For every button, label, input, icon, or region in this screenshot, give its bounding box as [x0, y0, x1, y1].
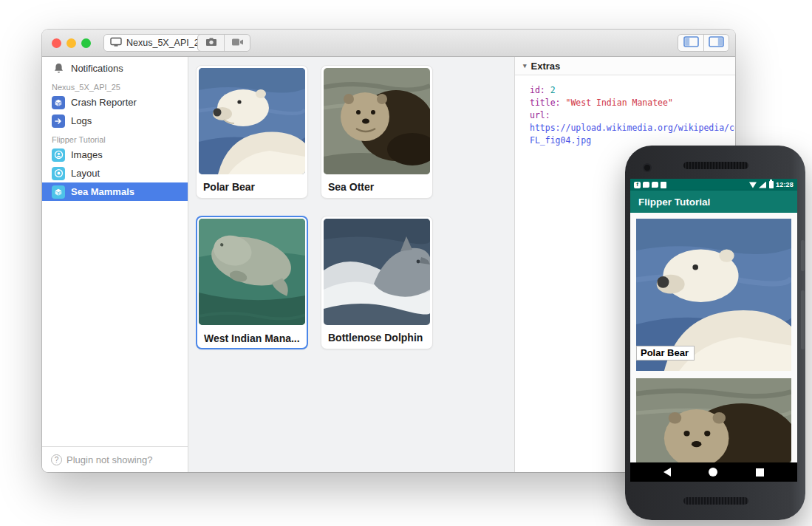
code-line-url-key: url:: [530, 109, 735, 122]
sidebar-item-sea-mammals[interactable]: Sea Mammals: [42, 182, 188, 201]
card-sea-otter[interactable]: Sea Otter: [321, 65, 433, 199]
person-circle-icon: [52, 148, 65, 162]
plugin-help-link[interactable]: ? Plugin not showing?: [42, 446, 188, 472]
phone-app-content: Polar Bear: [630, 213, 797, 462]
window-toolbar: Nexus_5X_API_25: [42, 30, 735, 57]
plugin-sidebar: Notifications Nexus_5X_API_25 Crash Repo…: [42, 57, 188, 472]
capture-button-group: [197, 34, 250, 52]
phone-polar-bear-image: Polar Bear: [636, 219, 791, 371]
cube-icon: [52, 96, 65, 109]
android-status-bar: f 12:28: [630, 179, 797, 191]
toggle-right-panel-button[interactable]: [703, 35, 729, 51]
status-bar-clock: 12:28: [776, 181, 794, 188]
nav-home-icon: [709, 468, 717, 477]
phone-earpiece-speaker: [683, 162, 748, 169]
zoom-window-button[interactable]: [81, 38, 91, 48]
sidebar-item-notifications[interactable]: Notifications: [42, 59, 188, 78]
minimize-window-button[interactable]: [66, 38, 76, 48]
bell-icon: [52, 62, 65, 75]
sidebar-section-device: Nexus_5X_API_25: [42, 78, 188, 93]
nav-recents-icon: [756, 468, 764, 477]
code-key: id:: [530, 85, 545, 95]
code-key: title:: [530, 98, 561, 108]
polar-bear-image: [199, 68, 305, 174]
dolphin-image: [324, 219, 430, 325]
sidebar-item-label: Sea Mammals: [71, 186, 134, 197]
chevron-down-icon: ▾: [523, 62, 527, 69]
phone-front-camera: [644, 165, 650, 171]
question-mark-icon: ?: [51, 454, 62, 465]
card-title: West Indian Mana...: [197, 328, 307, 344]
toggle-left-panel-button[interactable]: [678, 35, 703, 51]
close-window-button[interactable]: [52, 38, 61, 48]
card-polar-bear[interactable]: Polar Bear: [196, 65, 308, 199]
plugin-help-label: Plugin not showing?: [66, 454, 152, 465]
sidebar-item-label: Notifications: [71, 63, 123, 74]
wifi-icon: [749, 182, 757, 188]
sidebar-item-label: Logs: [71, 115, 92, 126]
camera-icon: [205, 36, 217, 49]
screen-record-button[interactable]: [224, 35, 250, 51]
card-west-indian-manatee[interactable]: West Indian Mana...: [196, 216, 308, 349]
device-selector-label: Nexus_5X_API_25: [126, 38, 205, 48]
panel-toggle-group: [678, 34, 729, 52]
code-key: url:: [530, 110, 550, 120]
card-title: Sea Otter: [321, 177, 432, 193]
card-title: Bottlenose Dolphin: [321, 327, 432, 344]
phone-screen: f 12:28 Flipper Tutorial: [630, 179, 797, 482]
sidebar-item-label: Images: [71, 149, 103, 160]
code-line-id: id: 2: [530, 84, 735, 97]
sidebar-item-label: Crash Reporter: [71, 97, 137, 108]
sidebar-item-images[interactable]: Images: [42, 146, 188, 164]
phone-image-label: Polar Bear: [636, 346, 695, 361]
code-line-url-value: https://upload.wikimedia.org/wikipedia/c…: [530, 122, 735, 134]
phone-bottom-speaker: [683, 497, 748, 505]
chat-notification-icon: [652, 182, 658, 188]
right-panel-icon: [709, 36, 724, 50]
phone-power-button: [801, 240, 805, 271]
facebook-notification-icon: f: [634, 182, 641, 188]
cell-signal-icon: [759, 182, 766, 188]
app-notification-icon: [661, 182, 666, 188]
arrow-right-icon: [52, 115, 65, 128]
phone-sea-otter-image: [636, 378, 791, 462]
android-phone-mockup: f 12:28 Flipper Tutorial: [625, 146, 805, 520]
sidebar-item-crash-reporter[interactable]: Crash Reporter: [42, 93, 188, 112]
code-number-value: 2: [550, 85, 556, 95]
app-bar-title: Flipper Tutorial: [638, 197, 710, 208]
sidebar-item-layout[interactable]: Layout: [42, 164, 188, 182]
phone-volume-button: [801, 290, 805, 349]
extras-panel-title: Extras: [531, 61, 561, 72]
code-line-title: title: "West Indian Manatee": [530, 97, 735, 109]
chat-notification-icon: [643, 182, 649, 188]
sea-otter-image: [324, 68, 430, 174]
extras-code-block: id: 2 title: "West Indian Manatee" url: …: [515, 75, 735, 147]
sidebar-item-label: Layout: [71, 168, 100, 179]
extras-panel-header[interactable]: ▾ Extras: [515, 57, 735, 75]
sea-mammals-card-grid: Polar Bear: [188, 57, 514, 472]
card-title: Polar Bear: [197, 177, 307, 193]
target-icon: [52, 167, 65, 180]
manatee-image: [199, 219, 305, 325]
app-bar: Flipper Tutorial: [630, 191, 797, 213]
sidebar-section-app: Flipper Tutorial: [42, 130, 188, 146]
battery-icon: [769, 181, 774, 188]
cube-icon: [52, 185, 65, 199]
nav-back-icon: [663, 468, 671, 477]
code-string-value: "West Indian Manatee": [565, 98, 672, 108]
card-bottlenose-dolphin[interactable]: Bottlenose Dolphin: [321, 216, 433, 349]
video-camera-icon: [231, 36, 244, 49]
left-panel-icon: [683, 36, 699, 50]
android-nav-bar: [630, 462, 797, 482]
sidebar-item-logs[interactable]: Logs: [42, 112, 188, 130]
device-selector[interactable]: Nexus_5X_API_25: [103, 34, 213, 52]
screenshot-button[interactable]: [198, 35, 224, 51]
monitor-icon: [110, 37, 122, 49]
